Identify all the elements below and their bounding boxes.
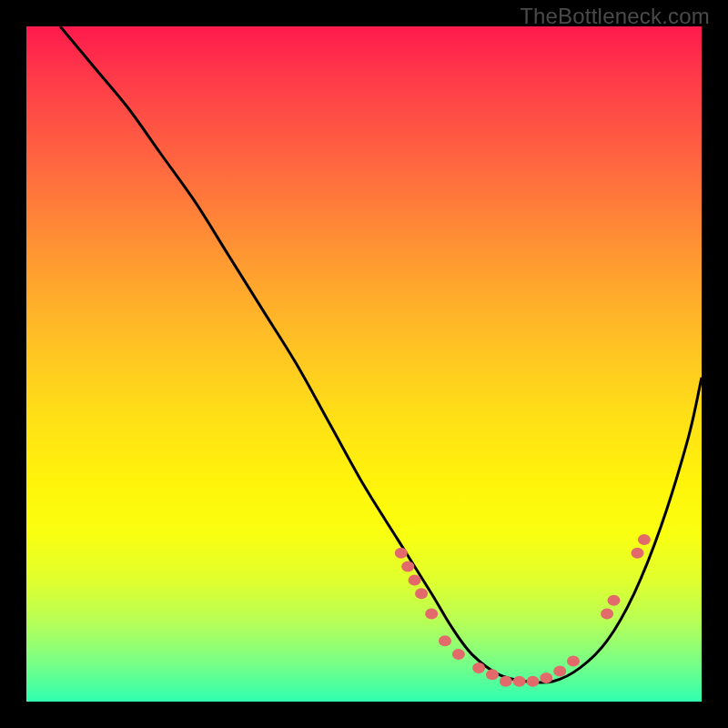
curve-marker xyxy=(425,609,438,620)
curve-marker xyxy=(638,534,651,545)
curve-marker xyxy=(409,574,421,585)
chart-frame xyxy=(26,26,702,702)
curve-marker xyxy=(415,588,428,599)
curve-marker xyxy=(472,662,485,673)
curve-marker xyxy=(486,669,499,680)
curve-marker xyxy=(553,666,566,677)
watermark-text: TheBottleneck.com xyxy=(520,4,710,29)
curve-marker xyxy=(567,656,580,667)
curve-marker xyxy=(608,595,621,606)
chart-svg xyxy=(26,26,702,702)
curve-marker xyxy=(527,676,540,687)
curve-marker xyxy=(632,548,644,559)
bottleneck-curve xyxy=(60,26,702,682)
curve-marker xyxy=(401,561,414,572)
curve-markers xyxy=(395,534,651,687)
curve-marker xyxy=(500,676,512,687)
curve-marker xyxy=(513,676,526,687)
curve-marker xyxy=(439,635,451,646)
curve-marker xyxy=(452,649,465,660)
curve-marker xyxy=(395,548,408,559)
curve-marker xyxy=(601,609,613,620)
curve-marker xyxy=(540,672,552,683)
